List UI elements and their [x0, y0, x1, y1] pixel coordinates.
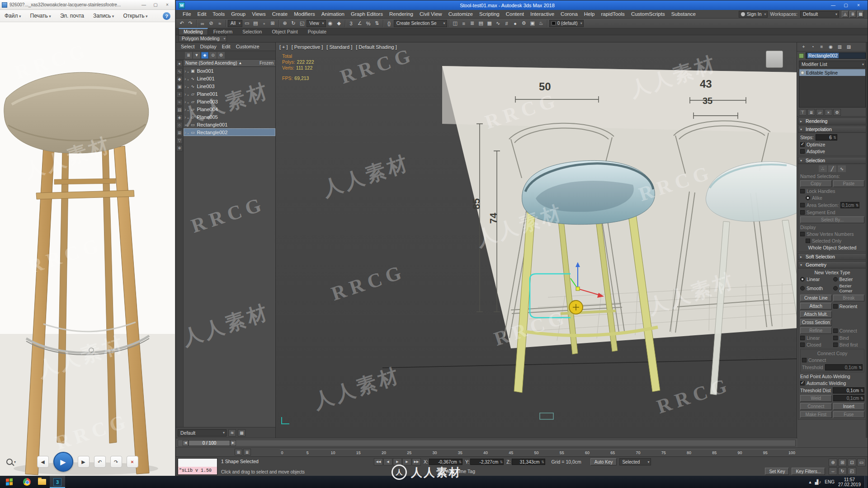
perspective-viewport[interactable]: [ + ] [ Perspective ] [ Standard ] [ Def…	[276, 42, 797, 438]
scene-object-row[interactable]: ▱ Plane003	[184, 98, 275, 105]
menu-item[interactable]: rapidTools	[598, 11, 627, 17]
frame-tick[interactable]: 30	[432, 450, 437, 455]
use-pivot-center-icon[interactable]: ◉	[326, 19, 335, 28]
automatic-welding-checkbox[interactable]	[800, 381, 805, 385]
menu-item[interactable]: Scripting	[476, 11, 503, 17]
y-coordinate-field[interactable]: -2,327cm	[470, 459, 504, 465]
frame-tick[interactable]: 70	[636, 450, 640, 455]
go-to-start-icon[interactable]: ◀◀	[374, 458, 383, 465]
scene-object-row[interactable]: ▭ Rectangle001	[184, 121, 275, 128]
percent-snap-icon[interactable]: %	[364, 19, 373, 28]
frame-tick[interactable]: 95	[763, 450, 768, 455]
set-key-button[interactable]: Set Key	[765, 468, 789, 475]
photo-viewer-titlebar[interactable]: 92600?..._xas32lowoakclear-lacquerw-stai…	[0, 0, 175, 10]
segment-subobject-icon[interactable]: ╱	[828, 165, 836, 172]
reference-coordinate-dropdown[interactable]: View	[307, 20, 326, 27]
photo-viewer-menu-item[interactable]: Эл. почта	[60, 13, 85, 19]
strip-spacewarps-icon[interactable]: ≈	[176, 99, 183, 105]
pan-icon[interactable]: ⇔	[829, 467, 837, 475]
close-button[interactable]: ×	[161, 1, 173, 9]
connect-copy-checkbox[interactable]	[802, 358, 807, 362]
frame-tick[interactable]: 80	[687, 450, 691, 455]
area-selection-spinner[interactable]: 0,1cm	[840, 202, 859, 208]
frame-tick[interactable]: 10	[330, 450, 335, 455]
explorer-lock-icon[interactable]: ⊙	[209, 52, 217, 59]
attach-mult-button[interactable]: Attach Mult.	[800, 311, 832, 318]
explorer-settings-icon[interactable]: ⚙	[217, 52, 225, 59]
language-indicator[interactable]: ENG	[825, 479, 835, 484]
expand-icon[interactable]	[184, 114, 186, 120]
previous-frame-icon[interactable]: ◀	[383, 458, 392, 465]
visibility-dot-icon[interactable]	[187, 84, 189, 89]
refine-connect-checkbox[interactable]	[833, 328, 838, 333]
remove-modifier-icon[interactable]: ×	[825, 109, 832, 116]
frame-tick[interactable]: 100	[788, 450, 795, 455]
slideshow-button[interactable]: ▶	[53, 452, 73, 472]
zoom-all-icon[interactable]: ⊞	[838, 459, 847, 466]
explorer-grid-button[interactable]: ▦	[238, 429, 245, 436]
max-titlebar[interactable]: M Stool-test01.max - Autodesk 3ds Max 20…	[176, 0, 868, 10]
threshold-dist-spinner[interactable]: 0,1cm	[833, 387, 864, 394]
closed-checkbox[interactable]	[800, 343, 805, 347]
strip-frozen-icon[interactable]: ❄	[176, 145, 183, 151]
strip-xrefs-icon[interactable]: ◈	[176, 114, 183, 121]
weld-spinner[interactable]: 0,1cm	[833, 395, 865, 401]
zoom-control[interactable]: ▾	[6, 459, 16, 465]
strip-cameras-icon[interactable]: ▣	[176, 84, 183, 90]
undo-icon[interactable]: ↶	[178, 19, 186, 28]
time-slider[interactable]: ◀ 0 / 100 ▶	[176, 438, 797, 447]
help-icon[interactable]: ?	[163, 12, 170, 20]
hierarchy-tab-icon[interactable]: ≡	[818, 43, 826, 51]
select-and-scale-icon[interactable]: ◱	[298, 19, 306, 28]
display-tab-icon[interactable]: ▥	[836, 43, 844, 51]
scene-object-row[interactable]: ▣ Box001	[184, 67, 275, 75]
visibility-dot-icon[interactable]	[187, 68, 189, 74]
mirror-icon[interactable]: ◫	[451, 19, 459, 28]
next-image-button[interactable]: ▶	[78, 456, 90, 468]
track-bar[interactable]: ⊞ ≣ 051015202530354045505560657075808590…	[176, 447, 868, 456]
volume-icon[interactable]: ♪	[819, 479, 821, 484]
file-explorer-taskbar-icon[interactable]	[34, 476, 50, 488]
redo-icon[interactable]: ↷	[186, 19, 194, 28]
weld-button[interactable]: Weld	[800, 395, 832, 402]
menu-item[interactable]: Group	[228, 11, 249, 17]
previous-frame-arrow[interactable]: ◀	[183, 440, 189, 446]
explorer-preset-dropdown[interactable]: Default	[178, 429, 226, 436]
adaptive-checkbox[interactable]	[800, 149, 805, 154]
go-to-end-icon[interactable]: ▶▶	[412, 458, 421, 465]
optimize-checkbox[interactable]	[800, 142, 805, 147]
menu-item[interactable]: File	[179, 11, 194, 17]
photo-viewer-menu-item[interactable]: Файл	[5, 13, 22, 19]
threshold-spinner[interactable]: 0,1cm	[825, 364, 863, 371]
visibility-dot-icon[interactable]	[187, 99, 189, 104]
linear-radio[interactable]	[800, 277, 805, 282]
reorient-checkbox[interactable]	[833, 304, 838, 309]
viewcube[interactable]	[766, 51, 783, 68]
material-editor-icon[interactable]: ●	[511, 19, 519, 28]
ribbon-tab[interactable]: Freeform	[209, 29, 237, 35]
expand-icon[interactable]	[184, 130, 186, 135]
steps-spinner[interactable]: 6	[816, 134, 837, 141]
frame-tick[interactable]: 15	[356, 450, 361, 455]
render-setup-icon[interactable]: ⚙	[520, 19, 528, 28]
frame-tick[interactable]: 25	[407, 450, 411, 455]
minimize-button[interactable]: —	[827, 1, 840, 9]
object-name-field[interactable]: Rectangle002	[806, 52, 866, 59]
spline-subobject-icon[interactable]: ∿	[838, 165, 846, 172]
isolate-selection-icon[interactable]: ◬	[842, 11, 849, 18]
rotate-ccw-button[interactable]: ↶	[94, 456, 106, 468]
frame-tick[interactable]: 20	[382, 450, 386, 455]
menu-item[interactable]: Graph Editors	[348, 11, 386, 17]
snaps-toggle-icon[interactable]: 3	[347, 19, 355, 28]
connect-button[interactable]: Connect	[800, 403, 832, 410]
maxscript-mini-listener[interactable]: "sLib v 1.50	[178, 458, 217, 475]
selection-filter-dropdown[interactable]: All	[228, 20, 242, 27]
bind-checkbox[interactable]	[833, 336, 838, 340]
show-end-result-icon[interactable]: ≣	[807, 109, 815, 116]
rendered-frame-icon[interactable]: ▣	[528, 19, 537, 28]
active-layer-field[interactable]: 0 (default)	[549, 20, 584, 27]
toggle-ribbon-icon[interactable]: ▦	[486, 19, 494, 28]
strip-groups-icon[interactable]: ▤	[176, 107, 183, 113]
frame-tick[interactable]: 65	[610, 450, 615, 455]
track-bar-filter-button[interactable]: ≣	[243, 449, 251, 455]
